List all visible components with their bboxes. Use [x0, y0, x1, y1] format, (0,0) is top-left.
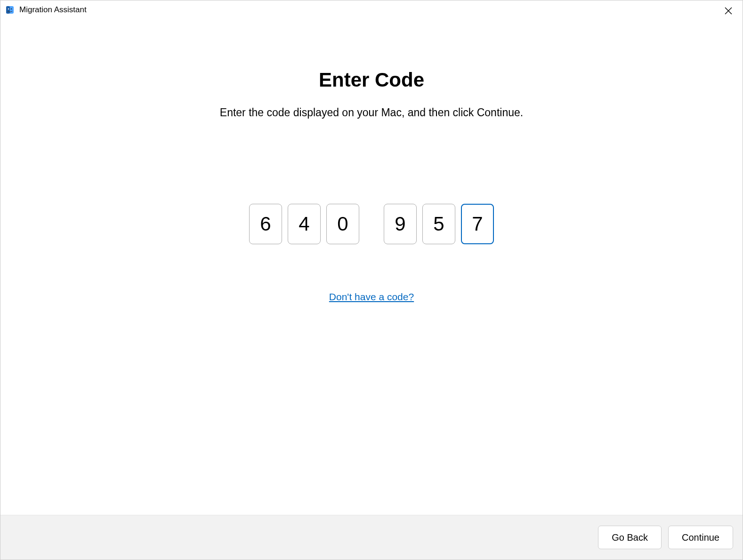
code-digit-6[interactable] [461, 204, 494, 244]
close-button[interactable] [721, 4, 735, 18]
code-digit-1[interactable] [249, 204, 282, 244]
svg-rect-1 [6, 6, 10, 14]
no-code-link[interactable]: Don't have a code? [329, 291, 414, 303]
content-area: Enter Code Enter the code displayed on y… [0, 19, 743, 515]
code-group-2 [384, 204, 494, 244]
go-back-button[interactable]: Go Back [598, 526, 662, 549]
footer: Go Back Continue [0, 515, 743, 560]
svg-point-3 [11, 8, 12, 9]
page-heading: Enter Code [319, 69, 424, 91]
window: Migration Assistant Enter Code Enter the… [0, 0, 743, 560]
code-digit-2[interactable] [288, 204, 321, 244]
instruction-text: Enter the code displayed on your Mac, an… [220, 106, 523, 119]
window-title: Migration Assistant [19, 5, 87, 15]
migration-assistant-icon [5, 5, 15, 15]
close-icon [725, 6, 732, 17]
code-digit-5[interactable] [422, 204, 455, 244]
code-digit-3[interactable] [326, 204, 359, 244]
code-digit-4[interactable] [384, 204, 417, 244]
continue-button[interactable]: Continue [668, 526, 733, 549]
svg-point-2 [8, 8, 9, 9]
titlebar: Migration Assistant [0, 0, 743, 19]
code-group-1 [249, 204, 359, 244]
code-input-container [249, 204, 494, 244]
